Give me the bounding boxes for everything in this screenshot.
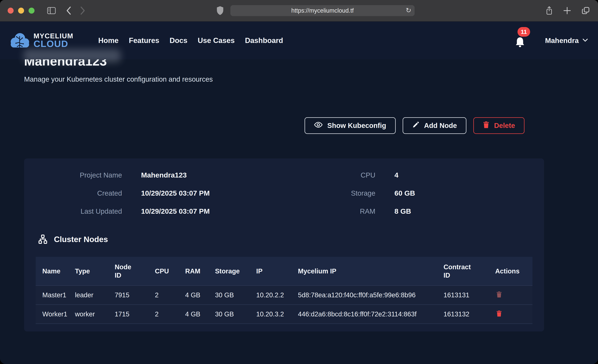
browser-chrome: https://myceliumcloud.tf ↻: [0, 0, 598, 22]
node-contract-id: 1613131: [443, 286, 495, 305]
mycelium-cloud-logo[interactable]: MYCELIUM CLOUD: [10, 32, 73, 49]
page-subtitle: Manage your Kubernetes cluster configura…: [24, 75, 544, 83]
delete-node-button[interactable]: [495, 309, 503, 318]
col-cpu: CPU: [155, 257, 185, 286]
node-ip: 10.20.3.2: [256, 305, 298, 324]
nodes-table: Name Type Node ID CPU RAM Storage IP Myc…: [36, 257, 532, 324]
forward-button[interactable]: [80, 6, 85, 15]
nav-item-home[interactable]: Home: [98, 36, 118, 44]
user-menu[interactable]: Mahendra: [545, 36, 588, 45]
node-cpu: 2: [155, 286, 185, 305]
show-kubeconfig-label: Show Kubeconfig: [327, 122, 386, 130]
privacy-shield-icon[interactable]: [216, 6, 224, 16]
node-ram: 4 GB: [185, 286, 215, 305]
node-id: 7915: [115, 286, 155, 305]
show-kubeconfig-button[interactable]: Show Kubeconfig: [305, 117, 396, 134]
node-cpu: 2: [155, 305, 185, 324]
node-actions: [495, 305, 532, 324]
storage-value: 60 GB: [395, 189, 533, 197]
share-icon[interactable]: [545, 6, 553, 16]
delete-label: Delete: [494, 122, 515, 130]
col-actions: Actions: [495, 257, 532, 286]
browser-window: https://myceliumcloud.tf ↻: [0, 0, 598, 364]
node-storage: 30 GB: [215, 286, 256, 305]
node-ip: 10.20.2.2: [256, 286, 298, 305]
cluster-nodes-title: Cluster Nodes: [54, 235, 108, 244]
node-name: Worker1: [36, 305, 75, 324]
url-text: https://myceliumcloud.tf: [291, 7, 354, 14]
chevron-down-icon: [582, 38, 588, 43]
col-ip: IP: [256, 257, 298, 286]
cluster-actions: Show Kubeconfig Add Node: [24, 117, 524, 134]
col-storage: Storage: [215, 257, 256, 286]
eye-icon: [314, 121, 323, 130]
notifications-button[interactable]: 11: [515, 37, 525, 49]
nav-item-docs[interactable]: Docs: [170, 36, 188, 44]
col-mycelium-ip: Mycelium IP: [298, 257, 443, 286]
cpu-label: CPU: [289, 171, 375, 179]
back-button[interactable]: [66, 6, 72, 15]
address-bar[interactable]: https://myceliumcloud.tf ↻: [230, 5, 415, 16]
close-window-button[interactable]: [8, 8, 14, 14]
project-name-value: Mahendra123: [141, 171, 279, 179]
tab-overview-icon[interactable]: [581, 6, 590, 15]
delete-node-button[interactable]: [495, 290, 503, 299]
sidebar-toggle-icon[interactable]: [47, 7, 56, 14]
ram-value: 8 GB: [395, 207, 533, 215]
col-type: Type: [75, 257, 115, 286]
cluster-info-left: Project Name Mahendra123 Created 10/29/2…: [36, 171, 279, 225]
last-updated-value: 10/29/2025 03:07 PM: [141, 207, 279, 215]
nav-item-features[interactable]: Features: [129, 36, 159, 44]
nav-item-use-cases[interactable]: Use Cases: [198, 36, 235, 44]
trash-icon: [483, 121, 490, 130]
logo-text-line2: CLOUD: [33, 39, 73, 48]
user-name: Mahendra: [545, 36, 579, 45]
nav-item-dashboard[interactable]: Dashboard: [245, 36, 283, 44]
node-mycelium-ip: 5d8:78ea:a120:f40c:ff0f:a5fe:99e6:8b96: [298, 286, 443, 305]
ram-label: RAM: [289, 207, 375, 215]
add-node-button[interactable]: Add Node: [403, 117, 466, 134]
zoom-window-button[interactable]: [29, 8, 34, 14]
col-name: Name: [36, 257, 75, 286]
last-updated-label: Last Updated: [36, 207, 122, 215]
col-node-id: Node ID: [115, 257, 155, 286]
add-node-label: Add Node: [424, 122, 457, 130]
cpu-value: 4: [395, 171, 533, 179]
dashboard-main: Mahendra123 Manage your Kubernetes clust…: [0, 54, 598, 331]
bell-icon: [515, 46, 525, 49]
node-storage: 30 GB: [215, 305, 256, 324]
node-actions: [495, 286, 532, 305]
cloud-tree-logo-icon: [10, 32, 30, 49]
col-contract-id: Contract ID: [443, 257, 495, 286]
network-icon: [38, 234, 48, 245]
project-name-label: Project Name: [36, 171, 122, 179]
app-navbar: MYCELIUM CLOUD Home Features Docs Use Ca…: [0, 22, 598, 59]
node-type: leader: [75, 286, 115, 305]
created-value: 10/29/2025 03:07 PM: [141, 189, 279, 197]
table-row-worker1: Worker1 worker 1715 2 4 GB 30 GB 10.20.3…: [36, 305, 532, 324]
delete-cluster-button[interactable]: Delete: [473, 117, 524, 134]
node-id: 1715: [115, 305, 155, 324]
reload-icon[interactable]: ↻: [406, 7, 411, 14]
notification-count-badge: 11: [517, 27, 530, 37]
cluster-info-grid: Project Name Mahendra123 Created 10/29/2…: [36, 171, 532, 225]
cluster-nodes-heading: Cluster Nodes: [38, 234, 532, 245]
cluster-info-right: CPU 4 Storage 60 GB RAM 8 GB: [289, 171, 533, 225]
pencil-icon: [412, 121, 419, 130]
storage-label: Storage: [289, 189, 375, 197]
nodes-table-header-row: Name Type Node ID CPU RAM Storage IP Myc…: [36, 257, 532, 286]
node-mycelium-ip: 446:d2a6:8bcd:8c16:ff0f:72e2:3114:863f: [298, 305, 443, 324]
node-ram: 4 GB: [185, 305, 215, 324]
created-label: Created: [36, 189, 122, 197]
node-type: worker: [75, 305, 115, 324]
cluster-details-card: Project Name Mahendra123 Created 10/29/2…: [24, 158, 544, 331]
table-row-master1: Master1 leader 7915 2 4 GB 30 GB 10.20.2…: [36, 286, 532, 305]
minimize-window-button[interactable]: [18, 8, 24, 14]
new-tab-icon[interactable]: [563, 6, 572, 15]
nav-links: Home Features Docs Use Cases Dashboard: [98, 36, 283, 45]
col-ram: RAM: [185, 257, 215, 286]
node-contract-id: 1613132: [443, 305, 495, 324]
node-name: Master1: [36, 286, 75, 305]
